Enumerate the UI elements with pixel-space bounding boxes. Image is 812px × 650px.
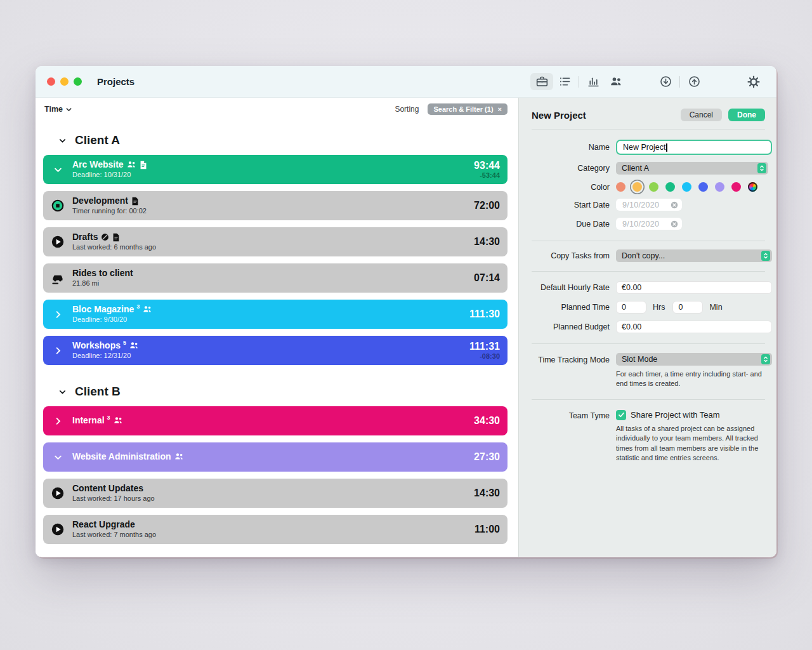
project-row-drafts[interactable]: Drafts Last worked: 6 months ago 14:30: [43, 227, 508, 256]
close-window-button[interactable]: [47, 77, 55, 86]
color-swatch-blue[interactable]: [698, 182, 708, 192]
color-swatch-cyan[interactable]: [682, 182, 691, 192]
project-row-react-upgrade[interactable]: React Upgrade Last worked: 7 months ago …: [43, 515, 508, 544]
color-swatch-coral[interactable]: [616, 182, 625, 192]
start-date-input[interactable]: 9/10/2020: [616, 199, 682, 211]
project-subtitle: Last worked: 17 hours ago: [72, 494, 474, 503]
chevron-right-icon[interactable]: [53, 310, 63, 319]
due-date-label: Due Date: [532, 220, 616, 229]
chevron-down-icon[interactable]: [53, 453, 63, 462]
project-time: 14:30: [474, 488, 500, 499]
project-row-development[interactable]: Development Timer running for: 00:02 72:…: [43, 191, 508, 220]
search-filter-badge[interactable]: Search & Filter (1) ×: [428, 103, 508, 115]
chevron-right-icon[interactable]: [53, 416, 63, 426]
car-icon: [50, 270, 65, 286]
planned-minutes-input[interactable]: 0: [672, 301, 703, 314]
project-title: Development: [72, 196, 128, 206]
project-row-internal[interactable]: Internal3 34:30: [43, 406, 508, 435]
tracking-mode-description: For each timer, a time entry including s…: [616, 369, 773, 389]
chevron-down-icon[interactable]: [58, 388, 67, 396]
statistics-view-button[interactable]: [582, 73, 605, 90]
copy-tasks-value: Don't copy...: [622, 251, 761, 260]
people-icon: [143, 305, 152, 314]
zoom-window-button[interactable]: [74, 77, 82, 86]
project-row-rides-to-client[interactable]: Rides to client 21.86 mi 07:14: [43, 263, 508, 293]
share-project-label[interactable]: Share Project with Team: [631, 410, 720, 420]
project-title: Bloc Magazine: [72, 305, 134, 314]
project-list-panel: Time Sorting Search & Filter (1) ×: [36, 98, 518, 557]
view-mode-label: Time: [44, 105, 63, 114]
import-button[interactable]: [654, 73, 677, 90]
minimize-window-button[interactable]: [60, 77, 69, 86]
project-title: Workshops: [72, 341, 121, 350]
category-dropdown[interactable]: Client A: [616, 162, 768, 175]
project-title: Website Administration: [72, 452, 171, 461]
group-header-client-b[interactable]: Client B: [36, 372, 518, 406]
window-title: Projects: [97, 76, 134, 87]
sorting-label[interactable]: Sorting: [395, 105, 419, 114]
color-swatch-custom-wheel[interactable]: [748, 182, 757, 192]
settings-button[interactable]: [742, 73, 765, 90]
view-mode-dropdown[interactable]: Time: [44, 105, 72, 114]
planned-hours-input[interactable]: 0: [616, 301, 646, 314]
projects-view-button[interactable]: [530, 73, 553, 90]
due-date-value: 9/10/2020: [622, 220, 670, 229]
chevron-right-icon[interactable]: [53, 346, 63, 355]
play-icon[interactable]: [51, 486, 65, 500]
done-button[interactable]: Done: [728, 109, 765, 121]
clear-date-icon[interactable]: [670, 201, 679, 209]
project-subtitle: Deadline: 10/31/20: [72, 171, 474, 179]
project-time: 07:14: [474, 272, 500, 284]
hourly-rate-input[interactable]: €0.00: [616, 281, 772, 294]
color-swatch-orange-selected[interactable]: [632, 182, 642, 192]
planned-budget-value: €0.00: [622, 322, 641, 331]
tracking-mode-label: Time Tracking Mode: [532, 353, 616, 364]
chevron-down-icon[interactable]: [58, 136, 67, 145]
people-icon: [174, 453, 184, 461]
color-swatch-emerald[interactable]: [665, 182, 675, 192]
task-list-view-button[interactable]: [553, 73, 576, 90]
stepper-icon: [761, 251, 770, 261]
start-date-label: Start Date: [532, 201, 616, 209]
color-swatch-purple[interactable]: [715, 182, 724, 192]
project-title: Rides to client: [72, 269, 133, 278]
due-date-input[interactable]: 9/10/2020: [616, 218, 682, 230]
chevron-down-icon[interactable]: [53, 165, 63, 175]
color-swatch-magenta[interactable]: [731, 182, 741, 192]
project-time: 34:30: [474, 415, 500, 427]
project-row-bloc-magazine[interactable]: Bloc Magazine3 Deadline: 9/30/20 111:30: [43, 300, 508, 329]
color-swatch-green[interactable]: [649, 182, 658, 192]
copy-tasks-dropdown[interactable]: Don't copy...: [616, 249, 772, 262]
tracking-mode-dropdown[interactable]: Slot Mode: [616, 353, 772, 366]
export-button[interactable]: [683, 73, 705, 90]
category-label: Category: [532, 164, 616, 173]
tracking-mode-value: Slot Mode: [622, 355, 761, 364]
group-label: Client B: [75, 385, 121, 399]
play-icon[interactable]: [51, 522, 65, 536]
team-view-button[interactable]: [605, 73, 627, 90]
group-header-client-a[interactable]: Client A: [36, 121, 518, 155]
project-time: 14:30: [474, 236, 500, 248]
project-title: Arc Website: [72, 160, 124, 169]
planned-budget-input[interactable]: €0.00: [616, 321, 772, 333]
share-project-checkbox-row[interactable]: Share Project with Team: [616, 410, 720, 420]
project-row-arc-website[interactable]: Arc Website Deadline: 10/31/20 93:44 -53…: [43, 155, 508, 184]
project-row-workshops[interactable]: Workshops5 Deadline: 12/31/20 111:31 -08…: [43, 336, 508, 365]
clear-date-icon[interactable]: [670, 220, 679, 229]
team-description: All tasks of a shared project can be ass…: [616, 424, 773, 463]
clear-filter-icon[interactable]: ×: [498, 105, 502, 113]
task-count-superscript: 3: [136, 304, 140, 310]
cancel-button[interactable]: Cancel: [681, 109, 722, 121]
project-list: Client A Arc Website Deadline: 10/31/20: [36, 121, 518, 557]
checkbox-checked-icon[interactable]: [616, 410, 626, 420]
project-subtitle: Deadline: 9/30/20: [72, 315, 469, 324]
stop-timer-icon[interactable]: [51, 199, 65, 213]
project-row-content-updates[interactable]: Content Updates Last worked: 17 hours ag…: [43, 479, 508, 508]
people-icon: [129, 342, 139, 350]
bar-chart-icon: [587, 75, 600, 88]
project-row-website-administration[interactable]: Website Administration 27:30: [43, 442, 508, 472]
stepper-icon: [761, 354, 770, 364]
start-date-value: 9/10/2020: [622, 201, 670, 209]
play-icon[interactable]: [51, 235, 65, 249]
name-input[interactable]: New Project: [616, 140, 772, 155]
